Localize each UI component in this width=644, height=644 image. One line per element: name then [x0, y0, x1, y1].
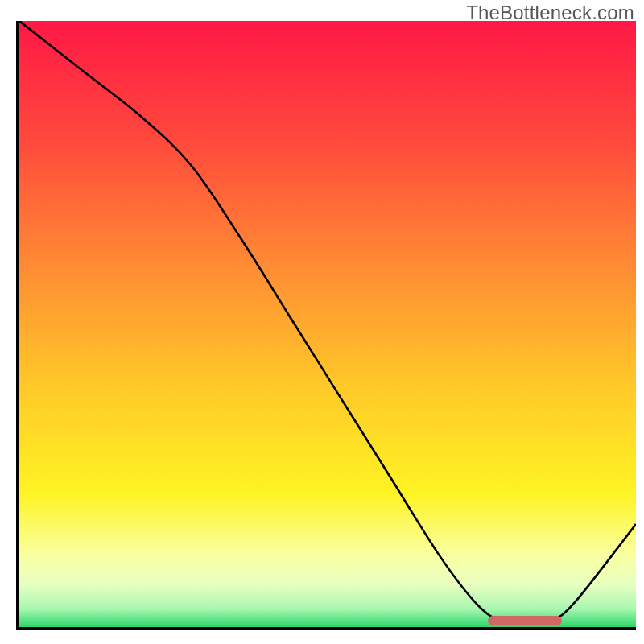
optimal-range-marker — [488, 616, 562, 625]
watermark-text: TheBottleneck.com — [466, 2, 634, 24]
curve-path — [19, 21, 636, 624]
bottleneck-curve — [19, 21, 636, 627]
plot-area — [16, 21, 636, 630]
chart-container: TheBottleneck.com — [0, 0, 644, 644]
